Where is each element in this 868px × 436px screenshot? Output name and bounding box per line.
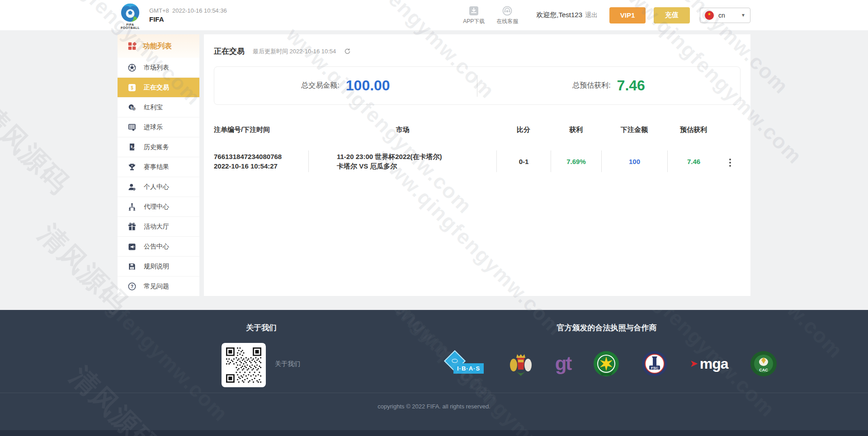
est-profit-cell: 7.46 — [667, 150, 720, 172]
row-actions-cell — [720, 154, 741, 169]
mga-logo: ➤ mga — [689, 356, 728, 372]
save-icon — [127, 262, 137, 271]
total-profit-block: 总预估获利: 7.46 — [477, 77, 740, 94]
qr-code-image — [226, 347, 261, 383]
ibas-logo: ⬭ I·B·A·S — [445, 350, 487, 378]
col-header-score: 比分 — [496, 126, 551, 134]
fsc-logo: FSC — [641, 350, 668, 377]
sidebar-item-faq[interactable]: ? 常见问题 — [118, 277, 199, 296]
table-header-row: 注单编号/下注时间 市场 比分 获利 下注金额 预估获利 — [214, 126, 741, 134]
col-header-market: 市场 — [309, 126, 496, 134]
refresh-icon[interactable] — [344, 48, 351, 55]
sidebar-item-active-trades[interactable]: $ 正在交易 — [118, 78, 199, 98]
sidebar-item-label: 正在交易 — [144, 84, 169, 92]
total-profit-label: 总预估获利: — [572, 81, 610, 90]
sidebar-item-rules[interactable]: 规则说明 — [118, 257, 199, 277]
china-flag-icon: ★ — [705, 11, 714, 20]
footer-bottom-strip — [0, 430, 868, 436]
sidebar-item-label: 个人中心 — [144, 183, 169, 191]
sidebar-item-label: 红利宝 — [144, 103, 163, 112]
online-service-label: 在线客服 — [496, 18, 518, 25]
sidebar-item-label: 市场列表 — [144, 64, 169, 72]
footer: 关于我们 关于我们 官方颁发的合法执照与合作商 ⬭ I·B·A·S gt — [0, 310, 868, 436]
sidebar-item-label: 赛事结果 — [144, 163, 169, 171]
sidebar-item-profile[interactable]: 个人中心 — [118, 177, 199, 197]
brand: FIFA FOOTBALL GMT+8 2022-10-16 10:54:36 … — [118, 1, 227, 29]
sidebar-item-label: 代理中心 — [144, 203, 169, 211]
recharge-button[interactable]: 充值 — [654, 7, 690, 23]
score-cell: 0-1 — [496, 150, 551, 172]
about-title: 关于我们 — [222, 323, 301, 333]
order-number: 766131847234080768 — [214, 152, 308, 161]
profit-pct-cell: 7.69% — [551, 150, 601, 172]
sidebar: 功能列表 市场列表 $ 正在交易 $ $ 红利宝 — [118, 34, 199, 296]
fifa-logo: FIFA FOOTBALL — [118, 1, 143, 29]
sidebar-item-label: 进球乐 — [144, 123, 163, 131]
mga-arrow-icon: ➤ — [689, 358, 698, 370]
total-amount-block: 总交易金额: 100.00 — [214, 77, 477, 94]
market-cell: 11-20 23:00 世界杯2022(在卡塔尔) 卡塔尔 VS 厄瓜多尔 — [309, 150, 496, 172]
royal-crest-logo — [508, 350, 533, 378]
receipt-icon: $ — [127, 143, 137, 152]
app-download-button[interactable]: APP下载 — [463, 5, 485, 25]
soccer-icon — [127, 63, 137, 72]
svg-text:?: ? — [131, 284, 133, 289]
soccer-ball-logo-icon — [120, 2, 141, 23]
total-amount-label: 总交易金额: — [301, 81, 339, 90]
sidebar-item-goal-fun[interactable]: 进球乐 — [118, 117, 199, 137]
trophy-icon — [127, 163, 137, 172]
welcome-text: 欢迎您,Test123 — [536, 11, 582, 19]
col-header-amount: 下注金额 — [601, 126, 667, 134]
copyright-text: copyrights © 2022 FIFA. all rights reser… — [0, 403, 868, 410]
sidebar-item-history[interactable]: $ 历史账务 — [118, 137, 199, 157]
question-circle-icon: ? — [127, 282, 137, 291]
goal-net-icon — [127, 123, 137, 132]
sidebar-item-bonus[interactable]: $ $ 红利宝 — [118, 98, 199, 117]
col-header-est-profit: 预估获利 — [667, 126, 720, 134]
grid-icon — [127, 41, 137, 51]
kebab-menu-icon[interactable] — [727, 157, 733, 169]
vip-button[interactable]: VIP1 — [609, 7, 646, 23]
language-code: cn — [718, 12, 736, 19]
svg-text:$: $ — [133, 108, 135, 110]
app-download-label: APP下载 — [463, 18, 485, 25]
sidebar-item-promotions[interactable]: 活动大厅 — [118, 217, 199, 237]
page-title: 正在交易 — [214, 46, 245, 56]
sidebar-item-label: 活动大厅 — [144, 223, 169, 231]
brand-name: FIFA — [149, 15, 227, 23]
license-title: 官方颁发的合法执照与合作商 — [494, 323, 720, 333]
sidebar-item-label: 公告中心 — [144, 243, 169, 251]
timezone-datetime: GMT+8 2022-10-16 10:54:36 — [149, 7, 227, 14]
cac-logo: CAC — [750, 350, 778, 377]
table-row: 766131847234080768 2022-10-16 10:54:27 1… — [214, 150, 741, 172]
sidebar-item-label: 历史账务 — [144, 143, 169, 151]
language-select[interactable]: ★ cn ▼ — [700, 8, 750, 23]
svg-text:$: $ — [131, 85, 133, 90]
sidebar-item-label: 规则说明 — [144, 263, 169, 271]
logout-link[interactable]: 退出 — [585, 11, 598, 19]
bet-amount-cell: 100 — [601, 150, 667, 172]
bet-time: 2022-10-16 10:54:27 — [214, 161, 308, 171]
last-update-text: 最后更新时间 2022-10-16 10:54 — [253, 47, 336, 56]
logo-caption: FIFA FOOTBALL — [118, 23, 143, 29]
footer-divider — [0, 393, 868, 393]
total-amount-value: 100.00 — [346, 77, 390, 94]
sidebar-item-results[interactable]: 赛事结果 — [118, 157, 199, 177]
download-icon — [468, 5, 479, 16]
sidebar-item-market-list[interactable]: 市场列表 — [118, 58, 199, 78]
top-bar: FIFA FOOTBALL GMT+8 2022-10-16 10:54:36 … — [0, 0, 868, 30]
svg-text:FSC: FSC — [651, 366, 658, 370]
summary-card: 总交易金额: 100.00 总预估获利: 7.46 — [214, 66, 741, 105]
gt-logo: gt — [555, 353, 571, 375]
about-us-link[interactable]: 关于我们 — [275, 360, 300, 368]
col-header-profit: 获利 — [551, 126, 601, 134]
online-service-button[interactable]: 在线客服 — [496, 5, 518, 25]
sidebar-item-announcements[interactable]: 公告中心 — [118, 237, 199, 257]
user-icon — [127, 183, 137, 192]
megaphone-icon — [127, 242, 137, 251]
col-header-order: 注单编号/下注时间 — [214, 126, 309, 134]
license-logos: ⬭ I·B·A·S gt FSC ➤ — [445, 350, 778, 378]
dollar-square-icon: $ — [127, 83, 137, 92]
svg-text:CAC: CAC — [759, 368, 768, 372]
sidebar-item-agent[interactable]: 代理中心 — [118, 197, 199, 217]
